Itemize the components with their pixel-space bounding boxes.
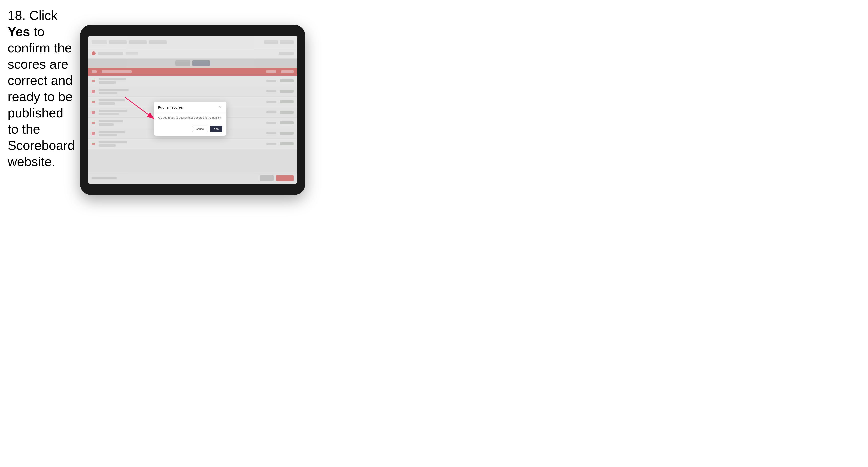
yes-button[interactable]: Yes bbox=[210, 126, 222, 132]
modal-close-button[interactable]: ✕ bbox=[218, 105, 222, 110]
instruction-bold: Yes bbox=[7, 25, 30, 39]
modal-header: Publish scores ✕ bbox=[154, 102, 226, 113]
tablet-screen: Publish scores ✕ Are you ready to publis… bbox=[88, 36, 297, 184]
cancel-button[interactable]: Cancel bbox=[192, 126, 208, 132]
publish-scores-modal: Publish scores ✕ Are you ready to publis… bbox=[154, 102, 226, 136]
modal-overlay: Publish scores ✕ Are you ready to publis… bbox=[88, 36, 297, 184]
instruction-suffix: to confirm the scores are correct and re… bbox=[7, 25, 75, 169]
modal-message: Are you ready to publish these scores to… bbox=[158, 116, 222, 120]
tablet-frame: Publish scores ✕ Are you ready to publis… bbox=[80, 25, 305, 195]
instruction-text: 18. Click Yes to confirm the scores are … bbox=[7, 7, 78, 170]
modal-title: Publish scores bbox=[158, 105, 183, 110]
modal-body: Are you ready to publish these scores to… bbox=[154, 113, 226, 123]
modal-footer: Cancel Yes bbox=[154, 123, 226, 136]
step-number: 18. bbox=[7, 8, 26, 23]
instruction-prefix: Click bbox=[26, 8, 57, 23]
